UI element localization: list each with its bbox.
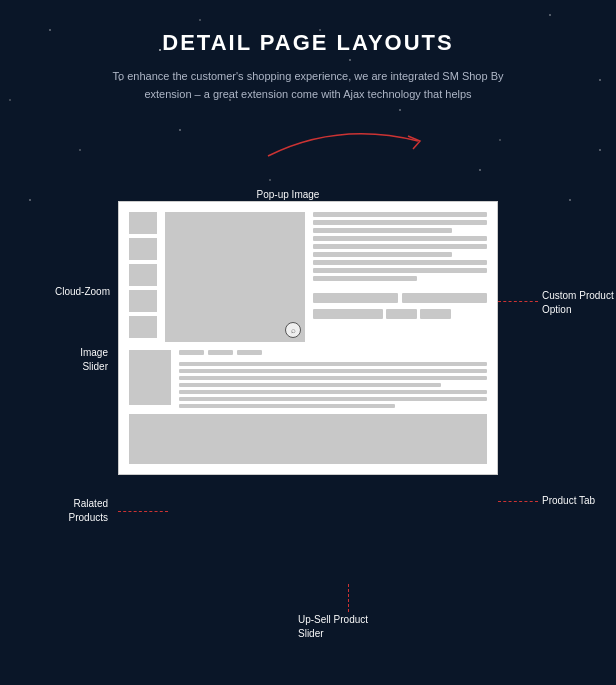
info-line-5 (313, 244, 487, 249)
thumb-4 (129, 290, 157, 312)
tab-h-2 (208, 350, 233, 355)
main-product-image: ⌕ (165, 212, 305, 342)
info-gap-1 (313, 284, 487, 288)
tab-line-6 (179, 397, 487, 401)
btn-3 (420, 309, 451, 319)
tab-line-5 (179, 390, 487, 394)
select-1 (313, 293, 398, 303)
tab-line-7 (179, 404, 395, 408)
custom-product-option-label: Custom ProductOption (542, 289, 616, 317)
popup-image-label: Pop-up Image (253, 189, 323, 200)
product-tab-label: Product Tab (542, 495, 616, 506)
button-row (313, 309, 487, 319)
custom-product-option-line (498, 301, 538, 302)
info-line-3 (313, 228, 452, 233)
thumb-5 (129, 316, 157, 338)
tab-line-4 (179, 383, 441, 387)
mockup-wireframe: ⌕ (118, 201, 498, 475)
image-slider-label: ImageSlider (28, 346, 108, 374)
tab-line-3 (179, 376, 487, 380)
cloud-zoom-label: Cloud-Zoom (30, 286, 110, 297)
related-products-line (118, 511, 168, 512)
tab-h-3 (237, 350, 262, 355)
tab-line-2 (179, 369, 487, 373)
thumbnail-column (129, 212, 157, 342)
diagram-container: Cloud-Zoom Pop-up Image ImageSlider Cust… (28, 181, 588, 601)
info-line-6 (313, 252, 452, 257)
zoom-icon: ⌕ (285, 322, 301, 338)
info-line-8 (313, 268, 487, 273)
thumb-3 (129, 264, 157, 286)
info-line-4 (313, 236, 487, 241)
mockup-top-section: ⌕ (129, 212, 487, 342)
product-info-panel (313, 212, 487, 342)
tab-h-1 (179, 350, 204, 355)
info-line-1 (313, 212, 487, 217)
tab-line-1 (179, 362, 487, 366)
info-line-7 (313, 260, 487, 265)
page-title: DETAIL PAGE LAYOUTS (162, 30, 453, 56)
tab-header-row (179, 350, 487, 355)
info-line-9 (313, 276, 417, 281)
upsell-product-section (129, 414, 487, 464)
upsell-line (348, 584, 349, 612)
product-tab-panel (179, 350, 487, 408)
select-row (313, 293, 487, 303)
thumb-2 (129, 238, 157, 260)
page-content: DETAIL PAGE LAYOUTS To enhance the custo… (0, 0, 616, 601)
select-2 (402, 293, 487, 303)
add-cart-btn (313, 309, 383, 319)
decorative-arrow (208, 121, 408, 171)
info-line-2 (313, 220, 487, 225)
page-subtitle: To enhance the customer's shopping exper… (108, 68, 508, 103)
mockup-bottom-section (129, 350, 487, 408)
btn-2 (386, 309, 417, 319)
thumb-1 (129, 212, 157, 234)
related-product-image (129, 350, 171, 405)
upsell-slider-label: Up-Sell ProductSlider (298, 613, 388, 641)
product-tab-line (498, 501, 538, 502)
related-products-label: RalatedProducts (28, 497, 108, 525)
